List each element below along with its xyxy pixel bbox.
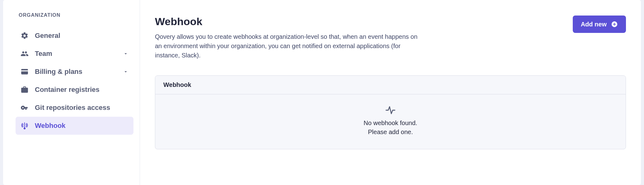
sidebar-item-label: Container registries xyxy=(35,86,128,94)
sidebar-item-git-repos[interactable]: Git repositories access xyxy=(16,99,133,117)
main-content: Webhook Qovery allows you to create webh… xyxy=(140,0,641,185)
page-description: Qovery allows you to create webhooks at … xyxy=(155,32,426,60)
sidebar-item-label: General xyxy=(35,32,128,40)
sidebar-item-webhook[interactable]: Webhook xyxy=(16,117,133,135)
sidebar-item-label: Team xyxy=(35,50,123,58)
main-header-text: Webhook Qovery allows you to create webh… xyxy=(155,16,426,60)
webhook-card: Webhook No webhook found. Please add one… xyxy=(155,75,626,149)
gear-icon xyxy=(21,32,29,40)
credit-card-icon xyxy=(21,68,29,76)
key-icon xyxy=(21,104,29,112)
sidebar-item-team[interactable]: Team xyxy=(16,45,133,63)
chevron-down-icon xyxy=(123,69,128,74)
page-title: Webhook xyxy=(155,16,426,28)
sidebar-item-container-registries[interactable]: Container registries xyxy=(16,81,133,99)
briefcase-icon xyxy=(21,86,29,94)
chevron-down-icon xyxy=(123,51,128,56)
sidebar-item-label: Billing & plans xyxy=(35,68,123,76)
card-header: Webhook xyxy=(155,76,626,94)
users-icon xyxy=(21,50,29,58)
sidebar-heading: ORGANIZATION xyxy=(16,12,133,18)
add-new-button-label: Add new xyxy=(581,21,607,28)
main-header: Webhook Qovery allows you to create webh… xyxy=(155,16,626,60)
add-new-button[interactable]: Add new xyxy=(573,16,626,33)
sidebar: ORGANIZATION General Team Billing & plan… xyxy=(3,0,140,185)
card-body-empty: No webhook found. Please add one. xyxy=(155,94,626,149)
settings-page: ORGANIZATION General Team Billing & plan… xyxy=(3,0,641,185)
sidebar-item-general[interactable]: General xyxy=(16,27,133,45)
plus-circle-icon xyxy=(611,21,618,28)
sidebar-item-billing[interactable]: Billing & plans xyxy=(16,63,133,81)
sidebar-item-label: Webhook xyxy=(35,122,128,130)
empty-line-2: Please add one. xyxy=(364,128,417,137)
activity-icon xyxy=(385,105,396,115)
empty-state-text: No webhook found. Please add one. xyxy=(364,119,417,137)
empty-line-1: No webhook found. xyxy=(364,119,417,128)
antenna-icon xyxy=(21,122,29,130)
sidebar-item-label: Git repositories access xyxy=(35,104,128,112)
